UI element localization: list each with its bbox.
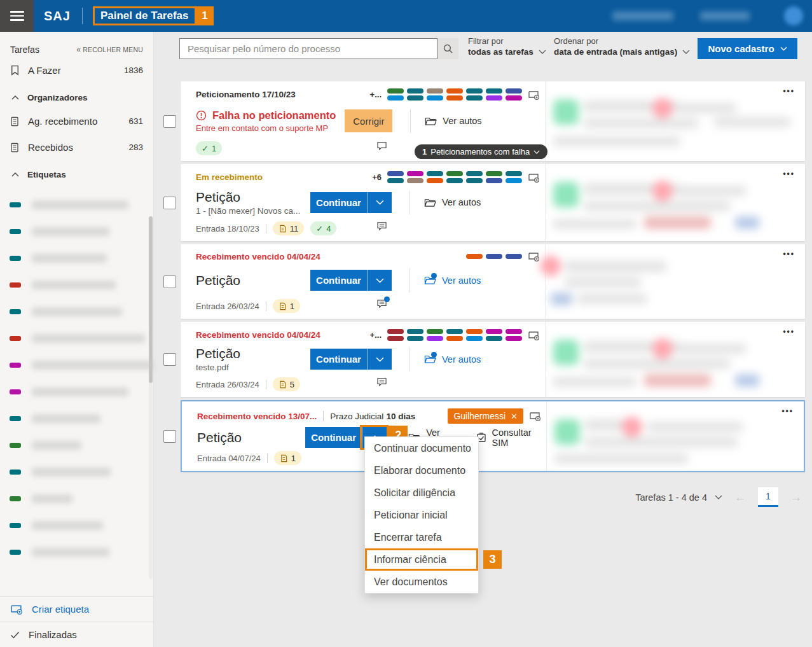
redacted-user-info [612,11,673,20]
card-tags[interactable] [387,171,522,183]
deadline: Prazo Judicial10 dias [330,412,415,421]
ver-autos-link[interactable]: Ver autos [424,197,481,207]
more-options-icon[interactable]: ••• [783,249,795,258]
task-title: Petição [196,190,310,205]
continue-dropdown-button[interactable] [367,349,392,370]
search-input[interactable] [180,39,437,59]
fix-button[interactable]: Corrigir [345,109,392,132]
avatar[interactable] [784,6,803,25]
etiqueta-color-chip [10,336,21,341]
sidebar-group-organizadores[interactable]: Organizadores [0,83,153,108]
continue-button[interactable]: Continuar [310,270,367,291]
menu-item-elaborar-documento[interactable]: Elaborar documento [365,459,478,482]
sidebar-item-ag-recebimento[interactable]: Ag. recebimento 631 [0,108,153,134]
etiqueta-color-chip [10,282,21,288]
new-record-button[interactable]: Novo cadastro [698,38,797,59]
menu-item-peticionar-inicial[interactable]: Peticionar inicial [365,504,478,526]
page-number[interactable]: 1 [758,487,778,507]
etiqueta-item[interactable] [0,432,153,459]
etiqueta-item[interactable] [0,272,153,298]
menu-item-encerrar-tarefa[interactable]: Encerrar tarefa [365,526,478,548]
continue-button[interactable]: Continuar [305,427,362,448]
etiqueta-item[interactable] [0,512,153,539]
etiqueta-item[interactable] [0,298,153,325]
task-checkbox[interactable] [163,275,176,288]
comment-icon[interactable] [376,221,387,231]
notification-dot [431,352,437,358]
sidebar-group-etiquetas[interactable]: Etiquetas [0,160,153,185]
menu-item-informar-ciencia[interactable]: Informar ciência 3 [365,548,478,571]
menu-item-ver-documentos[interactable]: Ver documentos [365,571,478,593]
etiqueta-item[interactable] [0,539,153,566]
continue-button[interactable]: Continuar [310,349,367,370]
comment-icon[interactable] [376,299,387,309]
card-tags[interactable] [387,88,522,101]
etiqueta-item[interactable] [0,191,153,218]
filter-dropdown[interactable]: Filtrar por todas as tarefas [468,36,546,57]
etiqueta-item[interactable] [0,485,153,512]
sidebar-item-a-fazer[interactable]: A Fazer 1836 [0,57,153,83]
finalizadas-button[interactable]: Finalizadas [0,622,153,647]
comment-icon[interactable] [376,377,387,387]
card-tags[interactable] [387,329,522,341]
ver-autos-link[interactable]: Ver autos [425,116,481,126]
tag-add-icon[interactable] [528,251,540,261]
etiqueta-item[interactable] [0,379,153,405]
hamburger-menu-icon[interactable] [0,0,34,32]
comment-icon[interactable] [376,141,387,151]
prev-page-icon[interactable]: ← [731,489,749,506]
chevron-down-icon [376,357,384,362]
more-options-icon[interactable]: ••• [783,169,795,178]
etiqueta-item[interactable] [0,325,153,352]
create-etiqueta-button[interactable]: Criar etiqueta [0,596,153,622]
tag-add-icon [10,604,23,615]
tag-add-icon[interactable] [528,172,540,183]
more-options-icon[interactable]: ••• [783,87,795,95]
next-page-icon[interactable]: → [787,489,805,506]
ver-autos-link[interactable]: Ver autos [424,354,481,365]
continue-dropdown-button[interactable] [367,270,392,291]
more-tags-label[interactable]: +... [370,90,382,99]
consultar-sim-link[interactable]: Consultar SIM [476,428,546,448]
notification-dot [431,273,437,279]
more-tags-label[interactable]: +6 [372,172,382,182]
etiqueta-item[interactable] [0,352,153,379]
task-status: Recebimento vencido 04/04/24 [196,330,320,340]
etiqueta-item[interactable] [0,405,153,432]
task-checkbox[interactable] [163,353,176,366]
ver-autos-link[interactable]: Ver autos [424,275,481,286]
task-checkbox[interactable] [163,115,176,128]
tag-add-icon[interactable] [528,330,540,340]
etiqueta-color-chip [10,202,21,207]
chevron-down-icon [780,46,787,51]
check-icon: ✓ [202,144,209,153]
etiqueta-color-chip [10,470,21,475]
etiqueta-color-chip [10,496,21,501]
task-checkbox[interactable] [163,430,176,443]
continue-dropdown-button[interactable] [367,192,392,213]
menu-item-solicitar-diligencia[interactable]: Solicitar diligência [365,482,478,504]
more-tags-label[interactable]: +... [370,330,382,340]
task-checkbox[interactable] [163,197,176,209]
etiqueta-item[interactable] [0,245,153,272]
etiqueta-item[interactable] [0,218,153,245]
tag-add-icon[interactable] [529,411,541,421]
failure-filter-pill[interactable]: 1 Peticionamentos com falha [415,144,547,159]
search-button[interactable] [437,38,458,59]
task-title: Petição [196,273,310,288]
card-tags[interactable] [466,254,522,259]
continue-button[interactable]: Continuar [310,192,367,213]
etiqueta-item[interactable] [0,459,153,485]
more-options-icon[interactable]: ••• [781,407,794,415]
collapse-menu-button[interactable]: «RECOLHER MENU [76,45,143,54]
more-options-icon[interactable]: ••• [783,327,795,336]
sidebar-item-recebidos[interactable]: Recebidos 283 [0,134,153,160]
menu-item-continuar-documento[interactable]: Continuar documento [365,437,478,459]
sidebar-scrollbar-thumb[interactable] [149,216,153,383]
topbar-divider [82,8,83,24]
tag-add-icon[interactable] [528,90,540,100]
done-pill: ✓1 [196,141,222,155]
remove-tag-icon[interactable]: ✕ [511,412,518,421]
pagination-summary[interactable]: Tarefas 1 - 4 de 4 [635,492,722,503]
sort-dropdown[interactable]: Ordenar por data de entrada (mais antiga… [554,36,690,57]
